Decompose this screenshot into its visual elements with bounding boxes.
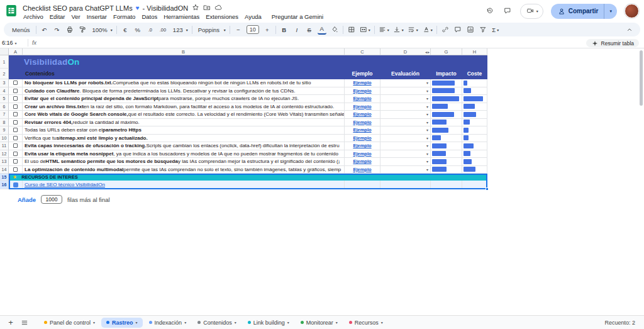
merge-cells-icon[interactable]: ▾ — [360, 25, 370, 35]
evaluation-dropdown[interactable]: ▾ — [426, 96, 428, 101]
menu-archivo[interactable]: Archivo — [20, 13, 47, 21]
zoom-select[interactable]: 100%▾ — [91, 25, 113, 35]
menu-extensiones[interactable]: Extensiones — [203, 13, 242, 21]
evaluation-dropdown[interactable]: ▾ — [426, 120, 428, 125]
tab-link-building[interactable]: Link building▾ — [243, 318, 294, 328]
menu-editar[interactable]: Editar — [47, 13, 69, 21]
fill-handle[interactable] — [486, 187, 489, 191]
evaluation-dropdown[interactable]: ▾ — [426, 152, 428, 156]
decrease-decimal-icon[interactable]: .0 — [146, 25, 155, 35]
ejemplo-link[interactable]: Ejemplo — [353, 159, 371, 164]
menu-herramientas[interactable]: Herramientas — [160, 13, 203, 21]
tab-menu-caret[interactable]: ▾ — [336, 320, 338, 325]
column-header-d[interactable]: D — [380, 48, 431, 55]
ejemplo-link[interactable]: Ejemplo — [353, 104, 371, 109]
tab-contenidos[interactable]: Contenidos▾ — [192, 318, 242, 328]
row-checkbox[interactable] — [13, 143, 18, 148]
tab-menu-caret[interactable]: ▾ — [184, 320, 186, 325]
menu-gemini[interactable]: Preguntar a Gemini — [269, 13, 326, 21]
font-size-input[interactable]: 10 — [247, 25, 259, 34]
row-header-10[interactable]: 10 — [0, 135, 9, 143]
ejemplo-link[interactable]: Ejemplo — [353, 80, 371, 86]
menu-datos[interactable]: Datos — [138, 13, 160, 21]
currency-format-icon[interactable]: € — [121, 25, 130, 35]
ejemplo-link[interactable]: Ejemplo — [353, 111, 371, 117]
evaluation-dropdown[interactable]: ▾ — [426, 136, 428, 140]
print-icon[interactable] — [65, 25, 74, 35]
row-checkbox[interactable] — [13, 96, 18, 101]
increase-decimal-icon[interactable]: .00 — [158, 25, 167, 35]
evaluation-dropdown[interactable]: ▾ — [426, 89, 428, 93]
decrease-font-size-icon[interactable]: − — [234, 25, 243, 35]
row-header-12[interactable]: 12 — [0, 150, 9, 159]
functions-icon[interactable]: Σ▾ — [491, 25, 500, 35]
count-summary[interactable]: Recuento: 2 — [604, 316, 635, 329]
ejemplo-link[interactable]: Ejemplo — [353, 88, 371, 94]
row-header-8[interactable]: 8 — [0, 119, 9, 127]
evaluation-dropdown[interactable]: ▾ — [426, 167, 428, 172]
row-header-16[interactable]: 16 — [0, 181, 9, 189]
menu-ayuda[interactable]: Ayuda — [242, 13, 265, 21]
document-title-suffix[interactable]: - VisibilidadON — [143, 4, 189, 12]
vertical-scrollbar[interactable] — [639, 49, 643, 313]
tab-menu-caret[interactable]: ▾ — [381, 320, 383, 325]
select-all-corner[interactable] — [0, 48, 9, 55]
row-checkbox[interactable] — [13, 152, 18, 156]
comments-icon[interactable] — [502, 6, 513, 16]
row-header-4[interactable]: 4 — [0, 87, 9, 96]
row-checkbox[interactable] — [13, 167, 18, 172]
share-button[interactable]: Compartir ▾ — [551, 4, 617, 19]
hide-toolbar-icon[interactable] — [625, 25, 634, 35]
horizontal-align-icon[interactable]: ▾ — [379, 25, 389, 35]
insert-chart-icon[interactable] — [466, 25, 475, 35]
menu-insertar[interactable]: Insertar — [84, 13, 110, 21]
column-header-g[interactable]: G — [431, 48, 462, 55]
vertical-align-icon[interactable]: ▾ — [393, 25, 404, 35]
share-dropdown-caret[interactable]: ▾ — [604, 9, 617, 14]
row-header-3[interactable]: 3 — [0, 79, 9, 87]
text-wrap-icon[interactable]: ▾ — [408, 25, 418, 35]
column-header-c[interactable]: C — [345, 48, 380, 55]
ejemplo-link[interactable]: Ejemplo — [353, 167, 371, 172]
increase-font-size-icon[interactable]: + — [263, 25, 272, 35]
font-select[interactable]: Poppins▾ — [196, 25, 226, 35]
add-sheet-icon[interactable]: + — [5, 317, 16, 328]
row-checkbox[interactable] — [13, 128, 18, 132]
row-checkbox[interactable] — [13, 104, 18, 109]
text-color-icon[interactable]: A — [318, 25, 326, 35]
document-title[interactable]: Checklist SEO para ChatGPT LLMs — [23, 4, 133, 12]
meet-button[interactable]: ▾ — [520, 4, 543, 19]
row-header-14[interactable]: 14 — [0, 166, 9, 174]
summarize-table-button[interactable]: Resumir tabla — [586, 39, 639, 47]
ejemplo-link[interactable]: Ejemplo — [353, 143, 371, 148]
column-header-h[interactable]: H — [462, 48, 487, 55]
insert-comment-icon[interactable] — [453, 25, 462, 35]
row-checkbox[interactable] — [13, 112, 18, 116]
sheets-logo-icon[interactable] — [5, 4, 18, 17]
evaluation-dropdown[interactable]: ▾ — [426, 159, 428, 164]
tab-panel-de-control[interactable]: Panel de control▾ — [39, 318, 100, 328]
tab-menu-caret[interactable]: ▾ — [235, 320, 236, 325]
scrollbar-thumb[interactable] — [640, 50, 643, 106]
ejemplo-link[interactable]: Ejemplo — [353, 151, 371, 157]
ejemplo-link[interactable]: Ejemplo — [353, 120, 371, 125]
row-checkbox[interactable] — [13, 81, 18, 85]
ejemplo-link[interactable]: Ejemplo — [353, 96, 371, 101]
redo-icon[interactable]: ↷ — [53, 25, 62, 35]
tab-monitorear[interactable]: Monitorear▾ — [296, 318, 343, 328]
all-sheets-icon[interactable] — [19, 317, 30, 328]
text-rotate-icon[interactable]: ▾ — [422, 25, 433, 35]
bold-icon[interactable]: B — [280, 25, 289, 35]
create-filter-icon[interactable] — [479, 25, 487, 35]
row-header-11[interactable]: 11 — [0, 142, 9, 150]
row-checkbox[interactable] — [13, 89, 18, 93]
evaluation-dropdown[interactable]: ▾ — [426, 128, 428, 132]
name-box[interactable]: 6:16 ▾ — [0, 40, 24, 46]
cloud-status-icon[interactable] — [214, 4, 222, 12]
tab-rastreo[interactable]: Rastreo▾ — [101, 318, 143, 328]
add-rows-count-input[interactable] — [41, 195, 62, 204]
menu-formato[interactable]: Formato — [110, 13, 138, 21]
ejemplo-link[interactable]: Ejemplo — [353, 127, 371, 133]
tab-menu-caret[interactable]: ▾ — [93, 320, 95, 325]
avatar[interactable] — [625, 4, 639, 18]
